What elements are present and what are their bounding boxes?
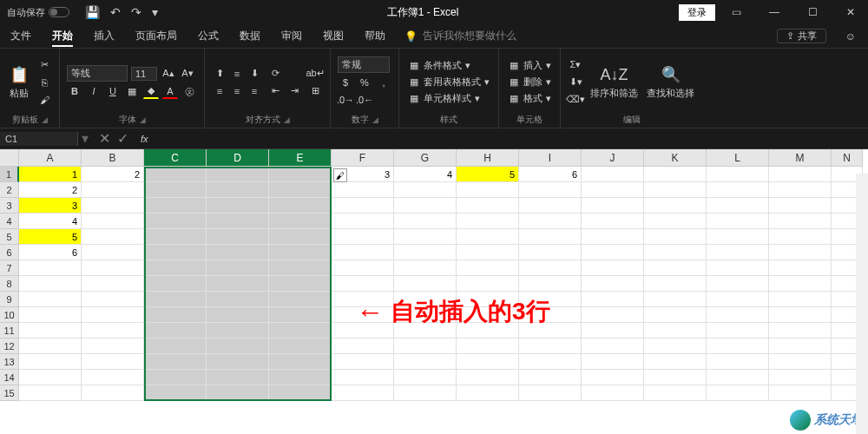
cell-E13[interactable] — [269, 354, 332, 370]
tab-view[interactable]: 视图 — [312, 24, 354, 49]
cell-I15[interactable] — [519, 385, 582, 401]
minimize-icon[interactable]: — — [757, 0, 792, 24]
cell-F10[interactable] — [332, 307, 394, 323]
cell-M2[interactable] — [769, 182, 832, 198]
cell-K8[interactable] — [644, 276, 707, 292]
decrease-decimal-icon[interactable]: .0← — [357, 92, 372, 108]
font-color-icon[interactable]: A — [162, 83, 178, 99]
col-header-H[interactable]: H — [457, 149, 519, 167]
cell-M4[interactable] — [769, 214, 832, 229]
cell-M15[interactable] — [769, 385, 832, 401]
cell-K15[interactable] — [644, 385, 707, 401]
cell-A12[interactable] — [19, 339, 82, 354]
increase-font-icon[interactable]: A▴ — [161, 66, 176, 82]
cell-A9[interactable] — [19, 292, 82, 307]
cell-K7[interactable] — [644, 260, 707, 276]
tab-file[interactable]: 文件 — [0, 24, 42, 49]
cell-A13[interactable] — [19, 354, 82, 370]
autosave-toggle[interactable]: 自动保存 — [0, 6, 76, 19]
cell-G1[interactable]: 4 — [394, 167, 457, 182]
comma-icon[interactable]: , — [376, 75, 391, 90]
cell-J7[interactable] — [582, 260, 644, 276]
cell-I4[interactable] — [519, 214, 582, 229]
col-header-C[interactable]: C — [144, 149, 207, 167]
cell-C6[interactable] — [144, 245, 207, 260]
cell-B5[interactable] — [82, 229, 144, 245]
vertical-scrollbar[interactable] — [856, 174, 868, 434]
cell-K2[interactable] — [644, 182, 707, 198]
border-icon[interactable]: ▦ — [124, 83, 140, 99]
cell-H2[interactable] — [457, 182, 519, 198]
cell-F14[interactable] — [332, 370, 394, 385]
row-header-5[interactable]: 5 — [0, 229, 19, 245]
tab-formulas[interactable]: 公式 — [187, 24, 229, 49]
cell-J14[interactable] — [582, 370, 644, 385]
delete-cells-button[interactable]: ▦删除▾ — [506, 75, 553, 89]
cell-D10[interactable] — [207, 307, 269, 323]
cell-E9[interactable] — [269, 292, 332, 307]
cell-D2[interactable] — [207, 182, 269, 198]
cell-B9[interactable] — [82, 292, 144, 307]
cell-I13[interactable] — [519, 354, 582, 370]
col-header-I[interactable]: I — [519, 149, 582, 167]
clipboard-launcher-icon[interactable]: ◢ — [42, 115, 48, 124]
cell-I11[interactable] — [519, 323, 582, 339]
cell-G3[interactable] — [394, 198, 457, 214]
cell-L6[interactable] — [707, 245, 769, 260]
cell-E6[interactable] — [269, 245, 332, 260]
cell-D13[interactable] — [207, 354, 269, 370]
cell-C2[interactable] — [144, 182, 207, 198]
maximize-icon[interactable]: ☐ — [795, 0, 830, 24]
wrap-text-icon[interactable]: ab↵ — [307, 66, 323, 82]
phonetic-icon[interactable]: ㉆ — [181, 83, 197, 99]
cell-D11[interactable] — [207, 323, 269, 339]
login-button[interactable]: 登录 — [679, 4, 715, 21]
cell-D4[interactable] — [207, 214, 269, 229]
cell-J3[interactable] — [582, 198, 644, 214]
cell-F5[interactable] — [332, 229, 394, 245]
qat-dropdown-icon[interactable]: ▾ — [152, 5, 158, 19]
cell-H10[interactable] — [457, 307, 519, 323]
smiley-feedback-icon[interactable]: ☺ — [833, 24, 868, 49]
cell-F15[interactable] — [332, 385, 394, 401]
cell-K13[interactable] — [644, 354, 707, 370]
row-header-4[interactable]: 4 — [0, 214, 19, 229]
increase-decimal-icon[interactable]: .0→ — [338, 92, 353, 108]
cell-B8[interactable] — [82, 276, 144, 292]
row-header-14[interactable]: 14 — [0, 370, 19, 385]
cell-G14[interactable] — [394, 370, 457, 385]
cell-G9[interactable] — [394, 292, 457, 307]
cell-E3[interactable] — [269, 198, 332, 214]
col-header-G[interactable]: G — [394, 149, 457, 167]
tell-me-search[interactable]: 💡 告诉我你想要做什么 — [396, 29, 525, 43]
cell-H9[interactable] — [457, 292, 519, 307]
tab-data[interactable]: 数据 — [229, 24, 271, 49]
cell-G4[interactable] — [394, 214, 457, 229]
cell-C7[interactable] — [144, 260, 207, 276]
cell-M6[interactable] — [769, 245, 832, 260]
fx-label[interactable]: fx — [135, 134, 154, 144]
cell-G12[interactable] — [394, 339, 457, 354]
bold-icon[interactable]: B — [67, 83, 82, 99]
cell-C5[interactable] — [144, 229, 207, 245]
cell-B2[interactable] — [82, 182, 144, 198]
cell-I2[interactable] — [519, 182, 582, 198]
cell-I9[interactable] — [519, 292, 582, 307]
cell-A8[interactable] — [19, 276, 82, 292]
orientation-icon[interactable]: ⟳ — [267, 66, 283, 82]
find-select-button[interactable]: 🔍 查找和选择 — [645, 62, 696, 102]
col-header-L[interactable]: L — [707, 149, 769, 167]
cell-E12[interactable] — [269, 339, 332, 354]
cell-A15[interactable] — [19, 385, 82, 401]
row-header-7[interactable]: 7 — [0, 260, 19, 276]
cell-E4[interactable] — [269, 214, 332, 229]
font-size-select[interactable]: 11 — [131, 67, 157, 81]
conditional-format-button[interactable]: ▦条件格式▾ — [406, 58, 491, 73]
fill-color-icon[interactable]: ◆ — [143, 83, 159, 99]
cell-H1[interactable]: 5 — [457, 167, 519, 182]
cell-B6[interactable] — [82, 245, 144, 260]
cell-G5[interactable] — [394, 229, 457, 245]
tab-insert[interactable]: 插入 — [83, 24, 125, 49]
cell-B13[interactable] — [82, 354, 144, 370]
align-bottom-icon[interactable]: ⬇ — [247, 66, 262, 82]
